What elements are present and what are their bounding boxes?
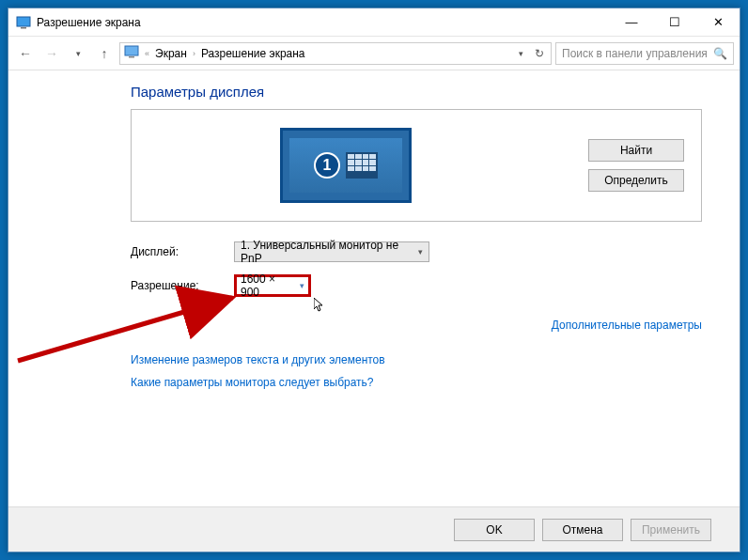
chevron-right-icon: › xyxy=(191,49,197,58)
resolution-value: 1600 × 900 xyxy=(241,272,294,299)
navbar: ← → ▾ ↑ « Экран › Разрешение экрана ▾ ↻ … xyxy=(8,37,740,70)
advanced-settings-link[interactable]: Дополнительные параметры xyxy=(552,319,702,332)
text-size-link[interactable]: Изменение размеров текста и других элеме… xyxy=(131,353,702,366)
close-button[interactable]: ✕ xyxy=(696,8,740,36)
titlebar: Разрешение экрана — ☐ ✕ xyxy=(8,8,740,37)
breadcrumb-item[interactable]: Экран xyxy=(155,47,187,60)
address-bar[interactable]: « Экран › Разрешение экрана ▾ ↻ xyxy=(119,42,552,65)
resolution-label: Разрешение: xyxy=(131,279,234,292)
detect-button[interactable]: Определить xyxy=(588,169,684,192)
chevron-down-icon: ▾ xyxy=(300,281,304,290)
ok-button[interactable]: OK xyxy=(454,519,535,541)
nav-up-button[interactable]: ↑ xyxy=(93,42,116,65)
svg-rect-0 xyxy=(17,17,30,26)
cursor-icon xyxy=(314,298,325,316)
minimize-button[interactable]: — xyxy=(610,8,653,36)
display-value: 1. Универсальный монитор не PnP xyxy=(241,239,413,265)
breadcrumb-sep: « xyxy=(143,49,151,58)
svg-rect-2 xyxy=(125,46,138,55)
display-panel: 1 Найти Определить xyxy=(131,109,702,222)
page-heading: Параметры дисплея xyxy=(131,84,702,100)
display-label: Дисплей: xyxy=(131,245,234,258)
svg-rect-1 xyxy=(21,27,26,29)
window: Разрешение экрана — ☐ ✕ ← → ▾ ↑ « Экран … xyxy=(8,8,740,552)
which-settings-link[interactable]: Какие параметры монитора следует выбрать… xyxy=(131,376,702,389)
refresh-icon[interactable]: ↻ xyxy=(532,46,547,61)
maximize-button[interactable]: ☐ xyxy=(653,8,696,36)
search-icon: 🔍 xyxy=(713,47,727,60)
address-dropdown-icon[interactable]: ▾ xyxy=(513,46,528,61)
display-dropdown[interactable]: 1. Универсальный монитор не PnP ▾ xyxy=(234,241,429,262)
find-button[interactable]: Найти xyxy=(588,139,684,162)
breadcrumb-item[interactable]: Разрешение экрана xyxy=(201,47,305,60)
svg-rect-3 xyxy=(129,56,134,58)
nav-history-dropdown[interactable]: ▾ xyxy=(67,42,89,65)
apply-button[interactable]: Применить xyxy=(631,519,711,541)
search-input[interactable]: Поиск в панели управления 🔍 xyxy=(555,42,734,65)
calendar-icon xyxy=(346,152,378,179)
monitor-thumbnail[interactable]: 1 xyxy=(280,128,412,203)
monitor-icon xyxy=(124,45,139,61)
resolution-dropdown[interactable]: 1600 × 900 ▾ xyxy=(234,274,311,297)
window-title: Разрешение экрана xyxy=(37,16,610,29)
monitor-icon xyxy=(16,15,31,30)
dialog-button-bar: OK Отмена Применить xyxy=(8,506,740,552)
content-area: Параметры дисплея 1 Найти Определить xyxy=(8,70,740,552)
cancel-button[interactable]: Отмена xyxy=(542,519,623,541)
search-placeholder: Поиск в панели управления xyxy=(562,47,708,60)
nav-back-button[interactable]: ← xyxy=(14,42,37,65)
monitor-number-badge: 1 xyxy=(314,152,340,179)
chevron-down-icon: ▾ xyxy=(418,247,423,257)
window-controls: — ☐ ✕ xyxy=(610,8,740,36)
nav-forward-button[interactable]: → xyxy=(40,42,63,65)
